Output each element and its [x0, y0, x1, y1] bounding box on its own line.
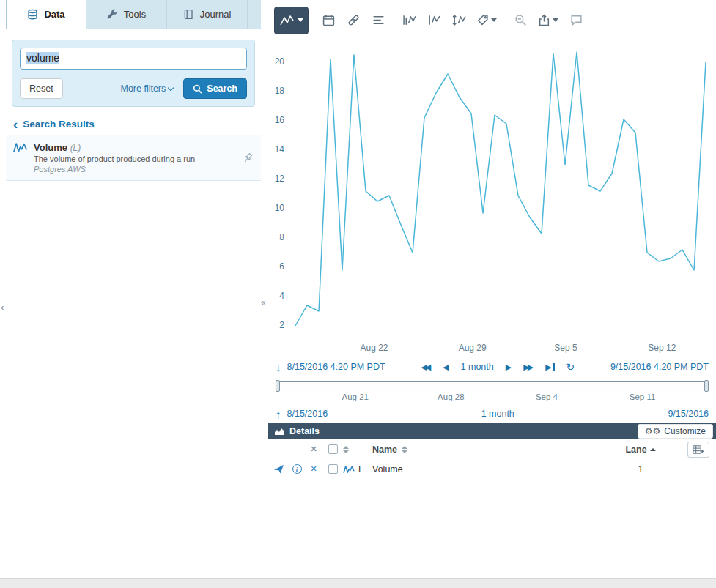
- display-start-time[interactable]: 8/15/2016 4:20 PM PDT: [287, 362, 385, 372]
- search-input-value: volume: [26, 52, 59, 64]
- y-tick-label: 20: [275, 56, 284, 67]
- row-checkbox[interactable]: [328, 464, 338, 474]
- trend-series-svg: [292, 48, 710, 340]
- y-tick-label: 2: [279, 320, 284, 330]
- details-table-row[interactable]: i ✕ L Volume 1: [268, 459, 716, 479]
- link-button[interactable]: [342, 10, 364, 31]
- investigate-range-bar: ↑ 8/15/2016 1 month 9/15/2016: [268, 405, 716, 423]
- info-icon[interactable]: i: [292, 464, 302, 474]
- calendar-button[interactable]: [317, 10, 339, 31]
- sort-name-icon[interactable]: [402, 446, 407, 453]
- lanes-icon: [372, 14, 385, 26]
- search-result-item[interactable]: Volume (L) The volume of product produce…: [6, 135, 261, 181]
- one-y-axis-icon: [427, 14, 441, 26]
- y-tick-label: 6: [279, 261, 284, 272]
- investigate-range-expand-icon[interactable]: ↑: [276, 408, 281, 420]
- step-back-fast-icon[interactable]: ◀◀: [421, 362, 431, 372]
- database-icon: [27, 9, 38, 21]
- trend-chart: 2468101214161820 Aug 22Aug 29Sep 5Sep 12: [268, 40, 716, 357]
- area-chart-icon: [274, 427, 284, 436]
- comment-icon: [570, 14, 583, 26]
- display-duration[interactable]: 1 month: [461, 362, 494, 372]
- search-button[interactable]: Search: [183, 78, 247, 99]
- slider-tick-label: Sep 4: [536, 392, 558, 401]
- annotate-button[interactable]: [565, 10, 587, 31]
- panel-divider: «: [261, 0, 268, 588]
- horizontal-scrollbar[interactable]: [0, 578, 716, 588]
- add-column-button[interactable]: [687, 442, 709, 458]
- collapse-left-edge-icon[interactable]: ‹: [1, 302, 4, 313]
- sort-type-icon[interactable]: [343, 446, 349, 453]
- refresh-icon[interactable]: ↻: [566, 361, 575, 373]
- autoscale-button[interactable]: [448, 10, 470, 31]
- name-column-header[interactable]: Name: [372, 444, 397, 455]
- tab-tools[interactable]: Tools: [86, 0, 167, 29]
- search-input[interactable]: volume: [20, 48, 247, 70]
- investigate-end-date[interactable]: 9/15/2016: [668, 409, 709, 419]
- send-icon[interactable]: [273, 464, 284, 475]
- app-window: ‹ Data Tools: [0, 0, 716, 588]
- plot-area[interactable]: [292, 48, 710, 340]
- export-button[interactable]: [534, 10, 562, 31]
- result-unit: (L): [70, 143, 81, 153]
- details-title: Details: [289, 426, 320, 436]
- tab-tools-label: Tools: [124, 9, 146, 20]
- labels-button[interactable]: [473, 10, 501, 31]
- one-y-axis-button[interactable]: [423, 10, 445, 31]
- customize-button[interactable]: ⚙⚙ Customize: [638, 424, 713, 439]
- slider-tick-label: Sep 11: [630, 392, 656, 401]
- zoom-out-button[interactable]: [509, 10, 531, 31]
- select-all-checkbox[interactable]: [328, 444, 338, 454]
- step-to-end-icon[interactable]: ▶: [545, 362, 554, 372]
- tab-journal[interactable]: Journal: [167, 0, 248, 29]
- wrench-icon: [107, 9, 118, 20]
- y-tick-label: 18: [275, 86, 284, 96]
- step-forward-icon[interactable]: ▶: [506, 362, 512, 372]
- autoscale-y-icon: [452, 14, 466, 26]
- display-range-bar: ↓ 8/15/2016 4:20 PM PDT ◀◀ ◀ 1 month ▶ ▶…: [268, 357, 716, 377]
- display-end-time[interactable]: 9/15/2016 4:20 PM PDT: [610, 362, 709, 372]
- gears-icon: ⚙⚙: [645, 426, 661, 436]
- remove-all-icon[interactable]: ✕: [310, 444, 317, 454]
- pin-icon[interactable]: [242, 152, 254, 164]
- journal-icon: [183, 9, 194, 20]
- remove-signal-icon[interactable]: ✕: [310, 464, 317, 474]
- one-lane-button[interactable]: [398, 10, 420, 31]
- result-name-row: Volume (L): [34, 142, 235, 153]
- collapse-panel-icon[interactable]: «: [261, 297, 265, 308]
- reset-button[interactable]: Reset: [20, 78, 63, 99]
- time-range-slider[interactable]: [276, 381, 709, 390]
- lane-column-header[interactable]: Lane: [625, 444, 646, 455]
- y-axis[interactable]: 2468101214161820: [268, 48, 289, 340]
- slider-tick-label: Aug 28: [438, 392, 464, 401]
- step-back-icon[interactable]: ◀: [443, 362, 449, 372]
- caret-down-icon: [298, 18, 303, 22]
- step-forward-fast-icon[interactable]: ▶▶: [523, 362, 534, 372]
- lanes-button[interactable]: [367, 10, 389, 31]
- sort-lane-asc-icon: [650, 448, 656, 451]
- axis-label: L: [358, 464, 363, 475]
- y-tick-label: 4: [279, 291, 284, 301]
- signal-wave-icon[interactable]: [343, 465, 355, 474]
- tag-icon: [476, 14, 489, 26]
- slider-tick-labels: Aug 21Aug 28Sep 4Sep 11: [276, 390, 709, 405]
- x-tick-label: Sep 12: [648, 343, 676, 353]
- tab-data[interactable]: Data: [6, 0, 86, 29]
- display-range-collapse-icon[interactable]: ↓: [276, 361, 281, 373]
- tab-data-label: Data: [44, 9, 64, 20]
- search-results-header[interactable]: ‹ Search Results: [6, 107, 261, 135]
- investigate-duration[interactable]: 1 month: [328, 409, 668, 419]
- investigate-start-date[interactable]: 8/15/2016: [287, 409, 328, 419]
- x-tick-label: Aug 29: [459, 343, 487, 353]
- y-tick-label: 12: [275, 174, 284, 184]
- details-table: ✕ Name Lane: [268, 439, 716, 479]
- x-tick-label: Aug 22: [360, 343, 388, 353]
- chart-type-dropdown[interactable]: [274, 7, 309, 34]
- investigate-range: Aug 21Aug 28Sep 4Sep 11: [276, 381, 709, 405]
- y-tick-label: 10: [275, 203, 284, 213]
- search-button-label: Search: [207, 83, 237, 94]
- left-edge-strip: ‹: [0, 0, 6, 588]
- tab-journal-label: Journal: [200, 9, 232, 20]
- x-axis[interactable]: Aug 22Aug 29Sep 5Sep 12: [292, 340, 710, 357]
- more-filters-link[interactable]: More filters: [120, 83, 173, 94]
